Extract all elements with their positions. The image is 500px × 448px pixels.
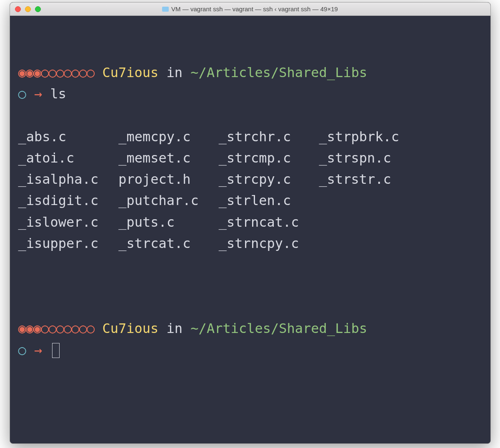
list-item: _isdigit.c	[18, 190, 99, 211]
list-item: _memcpy.c	[118, 126, 199, 148]
list-item: _strncat.c	[219, 212, 299, 233]
minimize-button[interactable]	[25, 6, 31, 12]
window-title: VM — vagrant ssh — vagrant — ssh ‹ vagra…	[10, 5, 490, 13]
maximize-button[interactable]	[35, 6, 41, 12]
list-item	[319, 212, 399, 233]
prompt-arrow-icon: →	[34, 86, 42, 102]
list-item: _strlen.c	[219, 190, 299, 211]
list-item: _memset.c	[118, 148, 199, 169]
prompt-path: ~/Articles/Shared_Libs	[190, 65, 367, 80]
list-item: _isupper.c	[18, 233, 99, 254]
list-item: _islower.c	[18, 212, 99, 233]
blank-line	[18, 275, 482, 297]
list-item: _isalpha.c	[18, 169, 99, 190]
window-title-text: VM — vagrant ssh — vagrant — ssh ‹ vagra…	[171, 5, 338, 13]
terminal-window: VM — vagrant ssh — vagrant — ssh ‹ vagra…	[10, 2, 491, 444]
prompt-path: ~/Articles/Shared_Libs	[190, 320, 367, 336]
cursor	[52, 343, 60, 358]
terminal-content[interactable]: ◉◉◉○○○○○○○ Cu7ious in ~/Articles/Shared_…	[10, 16, 490, 412]
prompt-user: Cu7ious	[102, 65, 158, 80]
list-item: project.h	[118, 169, 199, 190]
prompt-in: in	[167, 320, 183, 336]
list-item: _strspn.c	[319, 148, 399, 169]
list-item: _strstr.c	[319, 169, 399, 190]
prompt-status-icon: ○	[18, 342, 26, 358]
prompt-status-icon: ○	[18, 86, 26, 102]
prompt-line-1: ◉◉◉○○○○○○○ Cu7ious in ~/Articles/Shared_…	[18, 62, 482, 105]
prompt-line-2: ◉◉◉○○○○○○○ Cu7ious in ~/Articles/Shared_…	[18, 318, 482, 360]
titlebar[interactable]: VM — vagrant ssh — vagrant — ssh ‹ vagra…	[10, 3, 490, 16]
folder-icon	[162, 7, 169, 12]
traffic-lights	[15, 6, 41, 12]
list-item: _strcmp.c	[219, 148, 299, 169]
list-item: _puts.c	[118, 212, 199, 233]
list-item: _strcpy.c	[219, 169, 299, 190]
prompt-arrow-icon: →	[34, 342, 42, 358]
list-item	[319, 190, 399, 211]
list-item: _strncpy.c	[219, 233, 299, 254]
list-item: _abs.c	[18, 126, 99, 148]
list-item: _atoi.c	[18, 148, 99, 169]
close-button[interactable]	[15, 6, 21, 12]
prompt-user: Cu7ious	[102, 320, 158, 336]
list-item	[319, 233, 399, 254]
prompt-bullets: ◉◉◉○○○○○○○	[18, 62, 95, 83]
prompt-bullets: ◉◉◉○○○○○○○	[18, 318, 95, 339]
list-item: _strchr.c	[219, 126, 299, 148]
list-item: _putchar.c	[118, 190, 199, 211]
prompt-in: in	[167, 65, 183, 80]
list-item: _strpbrk.c	[319, 126, 399, 148]
ls-output: _abs.c_memcpy.c_strchr.c_strpbrk.c_atoi.…	[18, 126, 482, 254]
list-item: _strcat.c	[118, 233, 199, 254]
command-input: ls	[50, 86, 67, 102]
